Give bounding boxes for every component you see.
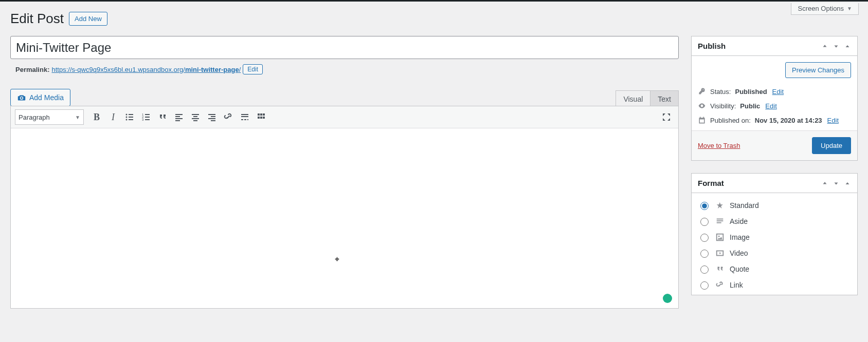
align-right-button[interactable] <box>204 110 220 124</box>
published-edit-link[interactable]: Edit <box>827 117 839 124</box>
chevron-down-icon: ▼ <box>75 115 80 120</box>
format-label-image: Image <box>730 233 750 241</box>
svg-point-0 <box>126 114 128 116</box>
status-label: Status: <box>710 88 731 96</box>
block-format-value: Paragraph <box>19 113 50 121</box>
video-icon <box>715 249 725 258</box>
block-format-select[interactable]: Paragraph ▼ <box>15 109 84 125</box>
format-radio-link[interactable] <box>700 281 709 290</box>
add-media-button[interactable]: Add Media <box>10 89 70 106</box>
svg-rect-3 <box>129 117 133 118</box>
toggle-panel-icon[interactable] <box>844 43 851 50</box>
add-media-label: Add Media <box>29 93 64 102</box>
svg-rect-14 <box>175 118 183 119</box>
format-label-standard: Standard <box>730 201 759 210</box>
standard-icon <box>715 201 725 210</box>
calendar-icon <box>698 116 706 124</box>
quote-icon <box>715 264 725 274</box>
move-up-icon[interactable] <box>821 43 828 50</box>
publish-title: Publish <box>698 42 726 50</box>
svg-rect-30 <box>260 113 262 116</box>
format-metabox: Format StandardAsideImageVideoQuoteLink <box>691 173 858 295</box>
format-radio-quote[interactable] <box>700 265 709 274</box>
format-label-aside: Aside <box>730 217 748 225</box>
format-option-image[interactable]: Image <box>698 229 851 245</box>
tab-text[interactable]: Text <box>650 90 679 106</box>
permalink-edit-button[interactable]: Edit <box>243 64 263 74</box>
svg-text:3: 3 <box>142 118 144 121</box>
toggle-panel-icon[interactable] <box>844 180 851 187</box>
svg-rect-28 <box>247 119 248 120</box>
svg-rect-7 <box>145 114 150 115</box>
link-button[interactable] <box>221 110 236 124</box>
permalink-label: Permalink: <box>15 66 49 73</box>
svg-rect-29 <box>258 113 260 116</box>
image-icon <box>715 233 725 242</box>
move-up-icon[interactable] <box>821 180 828 187</box>
svg-point-4 <box>126 119 128 121</box>
svg-rect-27 <box>244 119 246 120</box>
italic-button[interactable]: I <box>105 110 121 124</box>
svg-rect-26 <box>241 119 243 120</box>
status-edit-link[interactable]: Edit <box>772 88 784 96</box>
move-down-icon[interactable] <box>833 43 840 50</box>
svg-point-2 <box>126 117 128 118</box>
format-radio-video[interactable] <box>700 250 709 258</box>
align-center-button[interactable] <box>188 110 203 124</box>
cursor-icon: ⌖ <box>335 255 339 264</box>
format-radio-image[interactable] <box>700 234 709 242</box>
visibility-value: Public <box>740 102 760 110</box>
format-label-link: Link <box>730 281 743 289</box>
svg-rect-9 <box>145 117 150 118</box>
visibility-edit-link[interactable]: Edit <box>765 102 776 110</box>
format-option-standard[interactable]: Standard <box>698 197 851 213</box>
preview-changes-button[interactable]: Preview Changes <box>785 62 851 78</box>
tab-visual[interactable]: Visual <box>616 90 650 106</box>
move-to-trash-link[interactable]: Move to Trash <box>698 142 740 149</box>
fullscreen-button[interactable] <box>659 110 674 124</box>
svg-rect-20 <box>208 114 215 115</box>
format-option-quote[interactable]: Quote <box>698 261 851 277</box>
camera-icon <box>17 93 26 102</box>
add-new-button[interactable]: Add New <box>69 12 107 26</box>
blockquote-button[interactable] <box>155 110 170 124</box>
update-button[interactable]: Update <box>812 137 851 154</box>
format-radio-standard[interactable] <box>700 202 709 210</box>
svg-rect-34 <box>263 117 265 119</box>
post-title-input[interactable] <box>10 36 679 59</box>
bold-button[interactable]: B <box>89 110 104 124</box>
svg-rect-35 <box>717 218 724 219</box>
editor-canvas[interactable]: ⌖ <box>11 128 678 308</box>
format-title: Format <box>698 179 724 187</box>
svg-rect-1 <box>129 114 133 115</box>
format-option-link[interactable]: Link <box>698 277 851 293</box>
toolbar-toggle-button[interactable] <box>254 110 269 124</box>
format-label-quote: Quote <box>730 265 749 273</box>
align-left-button[interactable] <box>171 110 187 124</box>
read-more-button[interactable] <box>237 110 252 124</box>
format-option-video[interactable]: Video <box>698 245 851 261</box>
svg-rect-18 <box>192 118 199 119</box>
svg-rect-19 <box>193 120 197 121</box>
key-icon <box>698 87 706 96</box>
editor-container: Paragraph ▼ B I 123 <box>10 106 679 309</box>
format-label-video: Video <box>730 249 748 257</box>
visibility-label: Visibility: <box>710 102 736 110</box>
svg-rect-12 <box>175 114 183 115</box>
svg-rect-15 <box>175 120 180 121</box>
svg-rect-33 <box>260 117 262 119</box>
svg-rect-17 <box>193 116 197 117</box>
svg-rect-32 <box>258 117 260 119</box>
svg-rect-25 <box>241 116 248 117</box>
publish-metabox: Publish Preview Changes Status: Publishe… <box>691 36 858 161</box>
svg-rect-11 <box>145 119 150 120</box>
format-radio-aside[interactable] <box>700 218 709 226</box>
svg-rect-22 <box>208 118 215 119</box>
svg-rect-24 <box>241 114 248 115</box>
permalink-url[interactable]: https://s-qwc9q9x5xs6bl.eu1.wpsandbox.or… <box>51 66 241 73</box>
numbered-list-button[interactable]: 123 <box>138 110 154 124</box>
svg-rect-13 <box>175 116 180 117</box>
bullet-list-button[interactable] <box>122 110 137 124</box>
format-option-aside[interactable]: Aside <box>698 213 851 229</box>
move-down-icon[interactable] <box>833 180 840 187</box>
